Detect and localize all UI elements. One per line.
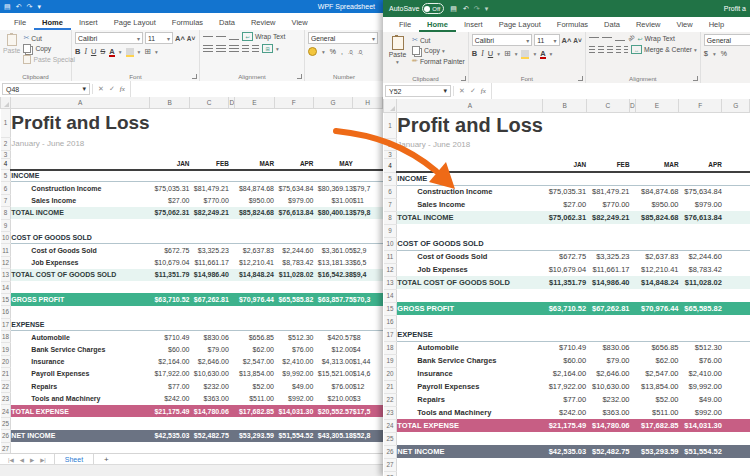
- cell-C13[interactable]: $14,986.40: [190, 269, 229, 281]
- cell-G7[interactable]: $31.00: [313, 194, 352, 206]
- cell-C15[interactable]: $67,262.81: [586, 302, 629, 315]
- cell-A15[interactable]: GROSS PROFIT: [11, 293, 150, 305]
- cell-B28[interactable]: [543, 471, 586, 476]
- cell-E1[interactable]: [635, 112, 678, 138]
- cell-A13[interactable]: TOTAL COST OF GOODS SOLD: [397, 276, 543, 289]
- cell-E1[interactable]: [235, 108, 274, 137]
- row-header-6[interactable]: 6: [384, 185, 397, 198]
- cell-H21[interactable]: $14,6: [353, 368, 383, 380]
- cell-F12[interactable]: $8,783.42: [679, 263, 722, 276]
- cell-A11[interactable]: Cost of Goods Sold: [11, 244, 150, 256]
- cell-G10[interactable]: [722, 237, 750, 250]
- tab-page-layout[interactable]: Page Layout: [106, 15, 164, 30]
- cell-C17[interactable]: [586, 328, 629, 341]
- cell-E15[interactable]: $70,976.44: [635, 302, 678, 315]
- row-header-2[interactable]: 2: [384, 138, 397, 150]
- cell-G9[interactable]: [313, 219, 352, 231]
- cell-F1[interactable]: [679, 112, 722, 138]
- cell-C3[interactable]: [586, 150, 629, 158]
- cell-C5[interactable]: [190, 170, 229, 182]
- decrease-decimal-icon[interactable]: .0͕: [358, 49, 363, 55]
- cell-F14[interactable]: [274, 281, 313, 293]
- save-icon[interactable]: ▤: [450, 5, 457, 13]
- cell-F21[interactable]: $9,992.00: [679, 380, 722, 393]
- cell-A17[interactable]: EXPENSE: [397, 328, 543, 341]
- cell-B26[interactable]: $42,535.03: [150, 430, 190, 442]
- formula-input[interactable]: [492, 83, 750, 99]
- cell-G3[interactable]: [722, 150, 750, 158]
- row-header-1[interactable]: 1: [1, 108, 11, 137]
- cell-G23[interactable]: [722, 406, 750, 419]
- cell-B1[interactable]: [150, 108, 190, 137]
- cell-E18[interactable]: $656.85: [635, 341, 678, 354]
- cell-E12[interactable]: $12,210.41: [235, 256, 274, 268]
- cell-C2[interactable]: [190, 137, 229, 150]
- column-header-G[interactable]: G: [313, 97, 352, 108]
- cell-F12[interactable]: $8,783.42: [274, 256, 313, 268]
- fill-color-button[interactable]: [126, 48, 134, 55]
- cell-G26[interactable]: $43,305.18: [313, 430, 352, 442]
- tab-review[interactable]: Review: [243, 15, 284, 30]
- cell-F3[interactable]: [679, 150, 722, 158]
- cell-G5[interactable]: [313, 170, 352, 182]
- cell-F8[interactable]: $76,613.84: [679, 211, 722, 224]
- cell-B13[interactable]: $11,351.79: [543, 276, 586, 289]
- cell-E13[interactable]: $14,848.24: [235, 269, 274, 281]
- underline-button[interactable]: U: [488, 49, 493, 58]
- cell-C14[interactable]: [586, 289, 629, 302]
- cell-F7[interactable]: $979.00: [274, 194, 313, 206]
- row-header-10[interactable]: 10: [384, 237, 397, 250]
- cell-G19[interactable]: [722, 354, 750, 367]
- cell-F13[interactable]: $11,028.02: [679, 276, 722, 289]
- row-header-23[interactable]: 23: [384, 406, 397, 419]
- cell-F17[interactable]: [274, 318, 313, 330]
- underline-dropdown-icon[interactable]: ▾: [497, 51, 500, 57]
- cell-E6[interactable]: $84,874.68: [235, 182, 274, 194]
- tab-insert[interactable]: Insert: [456, 17, 491, 32]
- cell-H17[interactable]: [353, 318, 383, 330]
- column-header-B[interactable]: B: [150, 97, 190, 108]
- cell-E5[interactable]: [635, 172, 678, 185]
- cell-E26[interactable]: $53,293.59: [235, 430, 274, 442]
- cell-F18[interactable]: $512.30: [679, 341, 722, 354]
- cell-F16[interactable]: [274, 306, 313, 318]
- cell-C26[interactable]: $52,482.75: [190, 430, 229, 442]
- row-header-14[interactable]: 14: [1, 281, 11, 293]
- cell-F22[interactable]: $49.00: [274, 380, 313, 392]
- cell-C17[interactable]: [190, 318, 229, 330]
- cell-A17[interactable]: EXPENSE: [11, 318, 150, 330]
- align-left-icon[interactable]: [589, 46, 595, 54]
- undo-icon[interactable]: ↶: [16, 3, 22, 11]
- cell-A18[interactable]: Automobile: [11, 331, 150, 343]
- cell-B9[interactable]: [543, 224, 586, 237]
- align-center-icon[interactable]: [598, 46, 604, 54]
- cell-E2[interactable]: [635, 138, 678, 150]
- first-sheet-icon[interactable]: |◀: [8, 457, 14, 463]
- borders-button[interactable]: ⊞: [144, 47, 151, 56]
- cancel-icon[interactable]: ✕: [459, 87, 465, 95]
- decrease-indent-icon[interactable]: [616, 46, 620, 54]
- cell-A4[interactable]: [11, 158, 150, 170]
- row-header-24[interactable]: 24: [384, 419, 397, 432]
- copy-button[interactable]: Copy▾: [412, 46, 465, 55]
- cell-C26[interactable]: $52,482.75: [586, 445, 629, 458]
- cell-E15[interactable]: $70,976.44: [235, 293, 274, 305]
- cell-C12[interactable]: $11,661.17: [586, 263, 629, 276]
- cell-E7[interactable]: $950.00: [635, 198, 678, 211]
- cell-C11[interactable]: $3,325.23: [190, 244, 229, 256]
- cell-G12[interactable]: $13,181.33: [313, 256, 352, 268]
- cell-H19[interactable]: $4: [353, 343, 383, 355]
- cell-F18[interactable]: $512.30: [274, 331, 313, 343]
- cell-C15[interactable]: $67,262.81: [190, 293, 229, 305]
- cell-F13[interactable]: $11,028.02: [274, 269, 313, 281]
- cell-G22[interactable]: [722, 393, 750, 406]
- cell-B1[interactable]: [543, 112, 586, 138]
- cell-A26[interactable]: NET INCOME: [11, 430, 150, 442]
- copy-dropdown-icon[interactable]: ▾: [442, 48, 445, 54]
- cell-C8[interactable]: $82,249.21: [190, 207, 229, 219]
- cell-C10[interactable]: [586, 237, 629, 250]
- tab-home[interactable]: Home: [419, 17, 456, 32]
- row-header-18[interactable]: 18: [384, 341, 397, 354]
- column-header-B[interactable]: B: [543, 99, 586, 112]
- cell-B11[interactable]: $672.75: [150, 244, 190, 256]
